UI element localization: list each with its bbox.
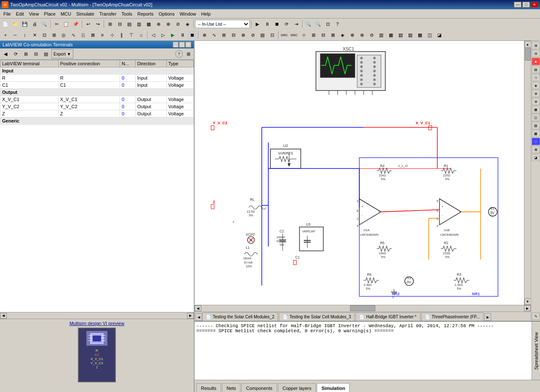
tb2-stop[interactable]: ⏹	[187, 30, 197, 40]
tb2-23[interactable]: ▤	[258, 30, 267, 40]
r-icon-8[interactable]: ⊗	[532, 98, 540, 105]
r-icon-1[interactable]: ⊞	[532, 42, 540, 49]
tb2-7[interactable]: ◎	[59, 30, 68, 40]
tb2-38[interactable]: ◫	[425, 30, 434, 40]
r-icon-6[interactable]: ◈	[532, 82, 540, 89]
r-icon-2[interactable]: ⊟	[532, 50, 540, 57]
hscroll-sch-thumb[interactable]	[350, 305, 375, 311]
tb2-26[interactable]: ⊞	[309, 30, 318, 40]
lv-help-btn[interactable]: ?	[175, 50, 183, 58]
bottom-tab-nets[interactable]: Nets	[222, 383, 241, 392]
tb-extra5[interactable]: ▦	[144, 19, 153, 29]
tb2-10[interactable]: ⊠	[88, 30, 97, 40]
tb2-1[interactable]: +	[1, 30, 10, 40]
menu-item-view[interactable]: View	[27, 11, 42, 17]
r-icon-12[interactable]: ▩	[532, 130, 540, 137]
hscroll-sch-left[interactable]: ◀	[195, 305, 201, 311]
tb2-13[interactable]: ∥	[117, 30, 126, 40]
r-icon-9[interactable]: ▦	[532, 106, 540, 113]
table-row[interactable]: X_V_C1X_V_C10OutputVoltage	[0, 96, 194, 103]
tb2-probe[interactable]: ⊕	[200, 30, 209, 40]
tb2-4[interactable]: ✕	[30, 30, 39, 40]
table-row[interactable]: C1C10InputVoltage	[0, 82, 194, 89]
tb2-5[interactable]: ⊡	[40, 30, 49, 40]
tb-sim2[interactable]: ⏸	[262, 19, 272, 29]
redo-btn[interactable]: ↪	[93, 19, 102, 29]
tb2-16[interactable]: ◁	[149, 30, 158, 40]
tb2-21[interactable]: ⊗	[238, 30, 248, 40]
menu-item-tools[interactable]: Tools	[119, 11, 135, 17]
bottom-tab-copper-layers[interactable]: Copper layers	[278, 383, 316, 392]
print-btn[interactable]: 🖨	[30, 19, 39, 29]
schematic-tab-2[interactable]: 📄Half-Bridge IGBT Inverter *	[356, 312, 420, 321]
zoom-out-btn[interactable]: 🔍	[313, 19, 323, 29]
tb2-28[interactable]: ⊠	[328, 30, 337, 40]
schematic-hscroll-bar[interactable]: ◀ ▶	[195, 305, 531, 312]
r-icon-3[interactable]: ■	[532, 58, 540, 65]
tb-extra1[interactable]: ⊞	[105, 19, 115, 29]
r-icon-5[interactable]: ⊹	[532, 74, 540, 81]
tb2-19[interactable]: ⊞	[219, 30, 228, 40]
tb2-9[interactable]: ⌻	[78, 30, 88, 40]
minimize-button[interactable]: —	[514, 2, 521, 8]
tb2-31[interactable]: ⊗	[357, 30, 366, 40]
tb2-29[interactable]: ◈	[338, 30, 347, 40]
r-icon-14[interactable]: ⊠	[532, 146, 540, 153]
tb2-wave[interactable]: ∿	[209, 30, 219, 40]
tb2-17[interactable]: ▷	[158, 30, 168, 40]
tb2-2[interactable]: ↔	[11, 30, 20, 40]
tb2-35[interactable]: ▧	[396, 30, 405, 40]
lv-expand-btn[interactable]: ⊞	[21, 49, 30, 59]
lv-collapse-btn[interactable]: ⊟	[31, 49, 40, 59]
tb2-32[interactable]: ⊘	[367, 30, 376, 40]
schematic-tab-0[interactable]: 📄Testing the Solar Cell Modules_2	[202, 312, 278, 321]
zoom-in-btn[interactable]: 🔍	[304, 19, 313, 29]
vscroll-thumb[interactable]	[525, 48, 531, 61]
print-preview-btn[interactable]: 🔍	[40, 19, 49, 29]
schematic-drawing-area[interactable]: XSC1	[195, 41, 524, 305]
r-icon-11[interactable]: ▧	[532, 122, 540, 129]
tb-extra3[interactable]: ▤	[125, 19, 134, 29]
tb2-3[interactable]: ↕	[20, 30, 29, 40]
tb2-25[interactable]: ⊹	[299, 30, 308, 40]
schematic-tab-3[interactable]: 📄ThreePhaseInverter (FP...	[421, 312, 484, 321]
r-icon-13[interactable]: □	[532, 138, 540, 145]
tb-extra9[interactable]: ◈	[183, 19, 192, 29]
r-icon-7[interactable]: ⊕	[532, 90, 540, 97]
r-icon-15[interactable]: ◪	[532, 154, 540, 161]
tb2-src2[interactable]: SRC	[289, 30, 299, 40]
tb2-33[interactable]: ▥	[377, 30, 386, 40]
menu-item-window[interactable]: Window	[177, 11, 198, 17]
table-row[interactable]: ZZ0OutputVoltage	[0, 110, 194, 117]
tb2-20[interactable]: ⊟	[229, 30, 238, 40]
tb2-24[interactable]: ⊡	[267, 30, 277, 40]
r-icon-bottom[interactable]: ✎	[532, 312, 540, 320]
tb2-src1[interactable]: SRC	[280, 30, 289, 40]
table-row[interactable]: Y_V_C2Y_V_C20OutputVoltage	[0, 103, 194, 110]
tb2-pause[interactable]: ⏸	[178, 30, 187, 40]
save-btn[interactable]: 💾	[20, 19, 29, 29]
table-row[interactable]: RR0InputVoltage	[0, 75, 194, 82]
menu-item-file[interactable]: File	[1, 11, 13, 17]
close-button[interactable]: ✕	[531, 2, 538, 8]
tb-extra2[interactable]: ⊟	[115, 19, 124, 29]
tb2-11[interactable]: ≡	[98, 30, 107, 40]
menu-item-options[interactable]: Options	[156, 11, 177, 17]
zoom-fit-btn[interactable]: ⊡	[323, 19, 332, 29]
tb2-run[interactable]: ▶	[168, 30, 177, 40]
tb2-27[interactable]: ⊟	[318, 30, 328, 40]
schematic-tab-1[interactable]: 📄Testing the Solar Cell Modules_3	[279, 312, 355, 321]
tb2-39[interactable]: ◪	[435, 30, 444, 40]
tab-scroll-right[interactable]: ▶	[484, 313, 491, 321]
tb2-36[interactable]: ▨	[406, 30, 415, 40]
menu-item-mcu[interactable]: MCU	[58, 11, 74, 17]
tb-sim1[interactable]: ▶	[253, 19, 262, 29]
menu-item-transfer[interactable]: Transfer	[97, 11, 119, 17]
lv-settings-btn[interactable]: ⊞	[184, 49, 193, 59]
r-icon-4[interactable]: ▤	[532, 66, 540, 73]
tb-extra6[interactable]: ⊕	[154, 19, 163, 29]
panel-restore-btn[interactable]: □	[179, 42, 185, 48]
open-btn[interactable]: 📁	[11, 19, 20, 29]
lv-back-btn[interactable]: ◀	[1, 49, 10, 59]
tb-sim3[interactable]: ⏹	[272, 19, 281, 29]
